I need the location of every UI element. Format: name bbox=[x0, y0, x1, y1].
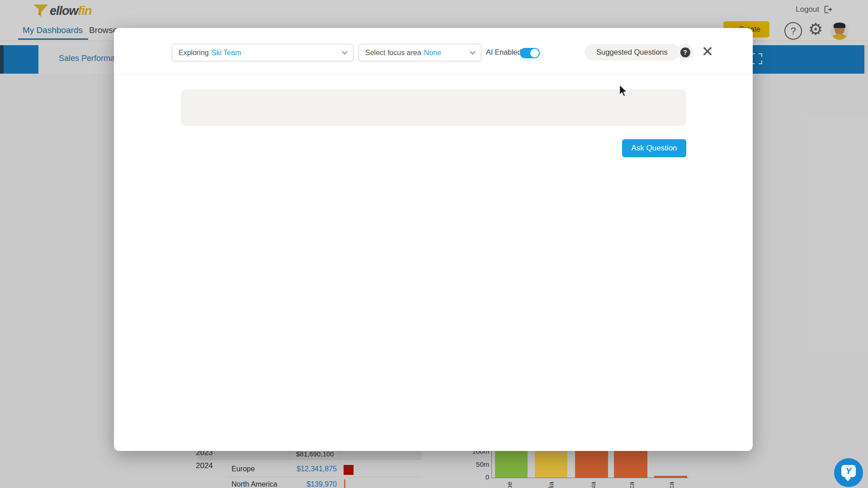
focus-area-dropdown[interactable]: Select focus area None bbox=[359, 44, 481, 61]
toggle-knob bbox=[530, 49, 539, 57]
close-icon[interactable]: ✕ bbox=[699, 43, 716, 60]
ai-enabled-label: AI Enabled bbox=[486, 48, 521, 56]
focus-value: None bbox=[424, 49, 441, 57]
chevron-down-icon bbox=[342, 49, 348, 55]
ask-question-button[interactable]: Ask Question bbox=[622, 139, 686, 157]
yellowfin-bubble-icon: Y bbox=[841, 465, 856, 477]
exploring-value: Ski Team bbox=[212, 49, 241, 57]
focus-prefix: Select focus area bbox=[365, 49, 421, 57]
exploring-prefix: Exploring bbox=[179, 49, 209, 57]
ai-enabled-toggle[interactable] bbox=[520, 48, 540, 58]
chevron-down-icon bbox=[470, 49, 476, 55]
suggested-questions-button[interactable]: Suggested Questions bbox=[585, 44, 679, 61]
question-input[interactable] bbox=[181, 89, 686, 126]
exploring-dropdown[interactable]: Exploring Ski Team bbox=[172, 44, 354, 61]
question-mark-icon: ? bbox=[680, 47, 690, 57]
suggested-questions-help-icon[interactable]: ? bbox=[677, 44, 693, 61]
ask-question-dialog: Exploring Ski Team Select focus area Non… bbox=[114, 28, 753, 451]
mouse-cursor bbox=[619, 85, 627, 99]
assistant-fab-button[interactable]: Y bbox=[834, 458, 863, 487]
dialog-divider bbox=[114, 74, 753, 75]
